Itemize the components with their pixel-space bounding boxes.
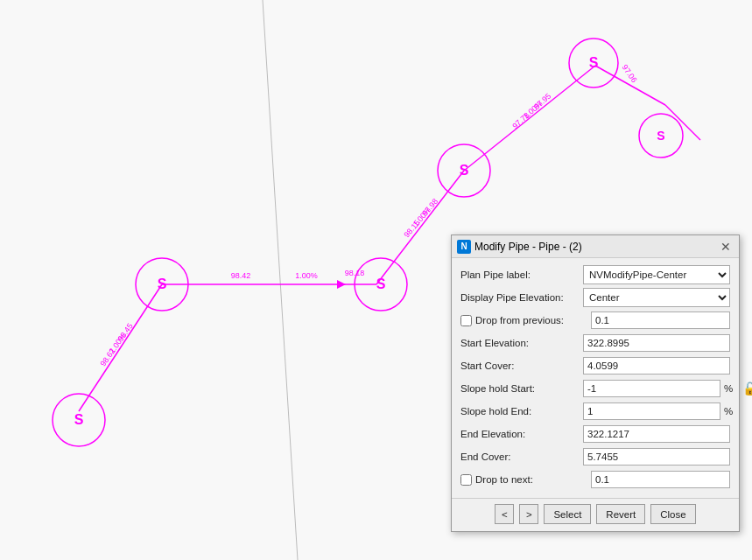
dialog-footer: < > Select Revert Close	[452, 498, 739, 531]
slope-hold-end-input-area: %	[583, 402, 736, 420]
drop-to-next-label: Drop to next:	[475, 474, 591, 485]
modify-pipe-dialog: N Modify Pipe - Pipe - (2) ✕ Plan Pipe l…	[451, 234, 740, 532]
slope-end-pct: %	[724, 406, 736, 416]
svg-text:S: S	[376, 276, 386, 291]
drop-from-previous-label: Drop from previous:	[475, 315, 591, 326]
end-cover-row: End Cover:	[460, 447, 730, 466]
svg-point-8	[53, 394, 105, 446]
slope-hold-end-input[interactable]	[583, 402, 720, 420]
plan-pipe-label-text: Plan Pipe label:	[460, 270, 583, 280]
svg-text:1.00%: 1.00%	[411, 206, 432, 228]
start-cover-input[interactable]	[583, 357, 730, 374]
drop-from-previous-input[interactable]	[591, 312, 730, 329]
slope-hold-start-label: Slope hold Start:	[460, 383, 583, 394]
drop-from-previous-checkbox[interactable]	[460, 315, 472, 326]
svg-point-18	[639, 114, 683, 158]
dialog-title: Modify Pipe - Pipe - (2)	[474, 241, 582, 253]
dialog-titlebar[interactable]: N Modify Pipe - Pipe - (2) ✕	[452, 235, 739, 258]
drop-to-next-row: Drop to next:	[460, 470, 730, 489]
svg-text:98.62: 98.62	[98, 346, 116, 368]
dialog-title-left: N Modify Pipe - Pipe - (2)	[457, 240, 582, 254]
svg-point-12	[355, 258, 407, 311]
display-pipe-elevation-select[interactable]: Center	[583, 288, 730, 307]
svg-line-6	[665, 105, 700, 140]
slope-hold-start-input[interactable]	[583, 380, 720, 397]
svg-text:S: S	[589, 55, 599, 70]
svg-text:98.42: 98.42	[231, 271, 251, 280]
svg-point-14	[438, 144, 490, 197]
drop-from-previous-row: Drop from previous:	[460, 311, 730, 330]
slope-start-pct: %	[724, 383, 736, 394]
dialog-close-button[interactable]: ✕	[718, 239, 734, 255]
lock-icon[interactable]: 🔓	[742, 382, 753, 396]
svg-text:1.00%: 1.00%	[295, 271, 318, 280]
start-elevation-input[interactable]	[583, 334, 730, 352]
plan-pipe-label-select[interactable]: NVModifyPipe-Center	[583, 265, 730, 284]
svg-text:S: S	[158, 276, 167, 291]
end-cover-input[interactable]	[583, 448, 730, 466]
slope-hold-start-input-area: % 🔓	[583, 380, 752, 397]
svg-line-0	[263, 0, 298, 560]
svg-text:98.18: 98.18	[345, 269, 365, 277]
svg-text:98.15: 98.15	[402, 219, 421, 240]
display-pipe-elevation-row: Display Pipe Elevation: Center	[460, 288, 730, 307]
svg-text:S: S	[74, 412, 84, 427]
start-cover-row: Start Cover:	[460, 356, 730, 375]
svg-text:97.98: 97.98	[420, 197, 439, 218]
svg-text:97.78: 97.78	[510, 111, 531, 131]
end-elevation-row: End Elevation:	[460, 424, 730, 444]
svg-line-7	[79, 284, 162, 411]
svg-line-4	[464, 66, 595, 171]
lock-icon-area: 🔓	[740, 382, 752, 396]
slope-hold-end-row: Slope hold End: %	[460, 402, 730, 421]
drop-to-next-checkbox[interactable]	[460, 474, 472, 486]
prev-button[interactable]: <	[495, 504, 514, 524]
app-icon: N	[457, 240, 471, 254]
close-button[interactable]: Close	[650, 504, 695, 524]
end-cover-label: End Cover:	[460, 452, 583, 462]
svg-point-10	[136, 258, 188, 311]
end-elevation-label: End Elevation:	[460, 429, 583, 439]
start-elevation-label: Start Elevation:	[460, 338, 583, 348]
svg-text:98.45: 98.45	[116, 322, 135, 343]
drop-to-next-input[interactable]	[591, 471, 730, 488]
svg-text:S: S	[657, 129, 664, 143]
select-button[interactable]: Select	[544, 504, 591, 524]
end-elevation-input[interactable]	[583, 425, 730, 443]
plan-pipe-label-row: Plan Pipe label: NVModifyPipe-Center	[460, 265, 730, 284]
next-button[interactable]: >	[519, 504, 538, 524]
svg-marker-2	[337, 280, 346, 289]
svg-line-5	[595, 66, 665, 105]
start-elevation-row: Start Elevation:	[460, 333, 730, 353]
revert-button[interactable]: Revert	[596, 504, 645, 524]
svg-text:1.00%: 1.00%	[522, 99, 545, 121]
dialog-content: Plan Pipe label: NVModifyPipe-Center Dis…	[452, 258, 739, 498]
display-pipe-elevation-label: Display Pipe Elevation:	[460, 292, 583, 303]
svg-text:97.06: 97.06	[620, 63, 638, 84]
svg-text:S: S	[460, 163, 469, 178]
svg-point-16	[569, 38, 618, 88]
slope-hold-end-label: Slope hold End:	[460, 406, 583, 416]
start-cover-label: Start Cover:	[460, 360, 583, 371]
slope-hold-start-row: Slope hold Start: % 🔓	[460, 379, 730, 398]
svg-text:1.00%: 1.00%	[108, 332, 128, 355]
svg-text:97.95: 97.95	[532, 92, 552, 112]
